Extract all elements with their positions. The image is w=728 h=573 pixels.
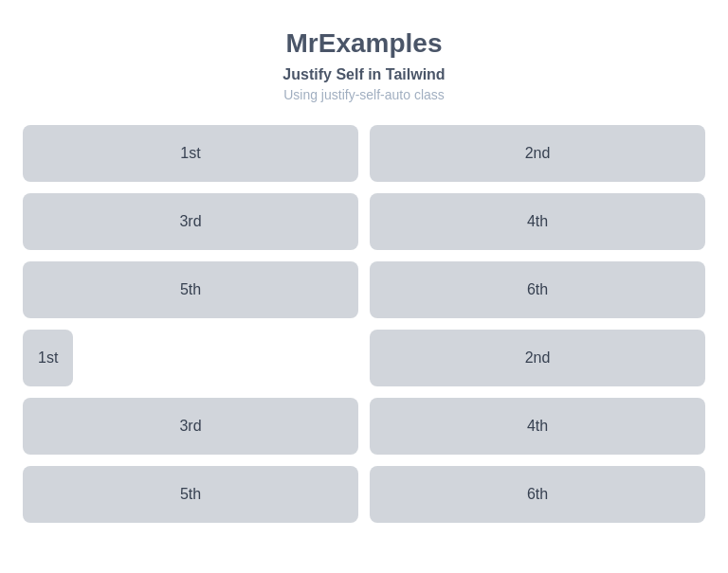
- list-item: 2nd: [370, 125, 705, 182]
- grid-section-1: 1st 2nd: [23, 125, 705, 182]
- list-item: 1st: [23, 125, 358, 182]
- grid-section-auto-3: 5th 6th: [23, 466, 705, 523]
- list-item: 2nd: [370, 330, 705, 386]
- subtitle: Justify Self in Tailwind: [282, 66, 445, 83]
- grid-section-auto-2: 3rd 4th: [23, 398, 705, 455]
- description: Using justify-self-auto class: [283, 87, 445, 102]
- list-item: 5th: [23, 261, 358, 318]
- list-item: 4th: [370, 193, 705, 250]
- demo-container: 1st 2nd 3rd 4th 5th 6th 1st 2nd 3rd 4th …: [23, 125, 705, 534]
- grid-section-2: 3rd 4th: [23, 193, 705, 250]
- list-item: 4th: [370, 398, 705, 455]
- list-item: 3rd: [23, 193, 358, 250]
- list-item: 6th: [370, 261, 705, 318]
- list-item-auto: 1st: [23, 330, 73, 386]
- grid-section-auto-1: 1st 2nd: [23, 330, 705, 386]
- list-item: 5th: [23, 466, 358, 523]
- list-item: 6th: [370, 466, 705, 523]
- page-title: MrExamples: [286, 28, 443, 59]
- grid-section-3: 5th 6th: [23, 261, 705, 318]
- list-item: 3rd: [23, 398, 358, 455]
